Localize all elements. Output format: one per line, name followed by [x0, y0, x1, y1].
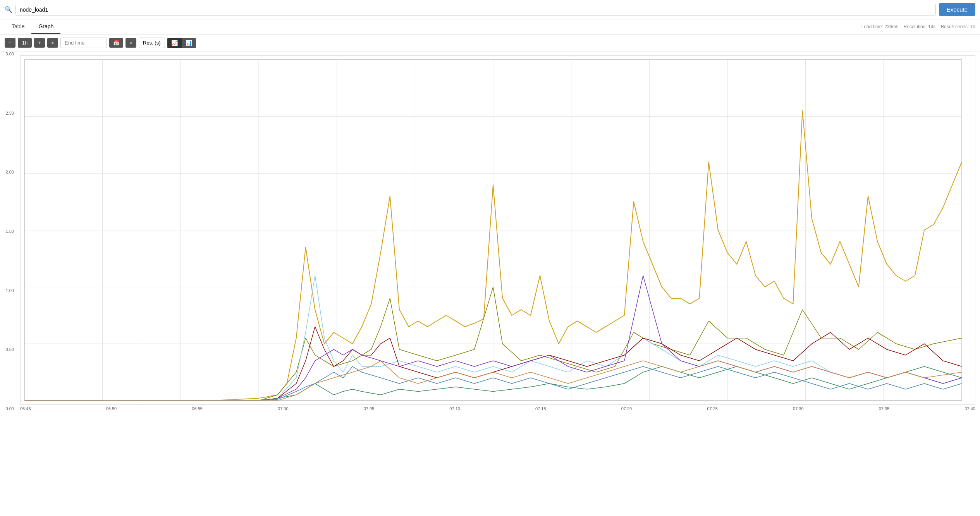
query-input[interactable]	[15, 4, 936, 15]
x-label: 06:50	[106, 406, 117, 411]
x-label: 07:40	[965, 406, 975, 411]
x-label: 07:20	[621, 406, 632, 411]
x-label: 07:05	[364, 406, 375, 411]
tab-graph[interactable]: Graph	[31, 19, 60, 34]
x-label: 07:10	[449, 406, 460, 411]
y-label: 1.00	[6, 288, 14, 293]
y-label: 2.00	[6, 170, 14, 174]
next-button[interactable]: >	[126, 38, 136, 48]
x-label: 07:30	[793, 406, 804, 411]
y-label: 0.00	[6, 406, 14, 411]
y-label: 0.50	[6, 347, 14, 352]
x-label: 07:15	[535, 406, 546, 411]
line-chart-button[interactable]: 📈	[167, 38, 182, 48]
chart-type-group: 📈 📊	[167, 38, 196, 48]
prev-button[interactable]: <	[47, 38, 58, 48]
x-label: 06:45	[20, 406, 31, 411]
chart-area: 3.00 2.50 2.00 1.50 1.00 0.50 0.00 06:45…	[0, 52, 980, 423]
y-axis: 3.00 2.50 2.00 1.50 1.00 0.50 0.00	[0, 52, 15, 411]
x-label: 06:55	[192, 406, 203, 411]
x-axis: 06:45 06:50 06:55 07:00 07:05 07:10 07:1…	[20, 405, 975, 411]
resolution-button[interactable]: Res. (s)	[139, 38, 165, 48]
zoom-in-button[interactable]: +	[34, 38, 45, 48]
y-label: 3.00	[6, 52, 14, 56]
execute-button[interactable]: Execute	[939, 3, 975, 16]
duration-label: 1h	[18, 38, 32, 48]
result-series: Result series: 10	[941, 24, 975, 29]
stacked-chart-button[interactable]: 📊	[182, 38, 196, 48]
chart-container	[20, 55, 975, 405]
tab-table[interactable]: Table	[5, 19, 31, 34]
y-label: 1.50	[6, 229, 14, 234]
calendar-icon-button[interactable]: 📅	[109, 38, 123, 48]
resolution: Resolution: 14s	[904, 24, 936, 29]
x-label: 07:00	[278, 406, 289, 411]
search-icon: 🔍	[5, 6, 12, 13]
end-time-input[interactable]	[60, 38, 107, 48]
x-label: 07:25	[707, 406, 718, 411]
load-time: Load time: 236ms	[861, 24, 898, 29]
y-label: 2.50	[6, 111, 14, 115]
meta-info: Load time: 236ms Resolution: 14s Result …	[861, 24, 975, 29]
zoom-out-button[interactable]: −	[5, 38, 15, 48]
x-label: 07:35	[879, 406, 890, 411]
